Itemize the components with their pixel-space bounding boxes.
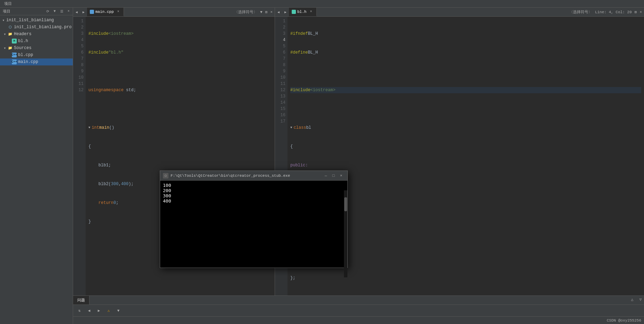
ln-2: 2 — [75, 24, 84, 31]
terminal-output-2: 200 — [163, 188, 345, 193]
pro-filename: init_list_bianliang.pro — [14, 25, 72, 30]
bottom-expand-btn[interactable]: △ — [629, 296, 636, 303]
ln-8: 8 — [75, 62, 84, 68]
sidebar-sync-icon[interactable]: ⟳ — [45, 9, 50, 14]
right-top-tab-blh[interactable]: bl.h × — [289, 8, 317, 16]
terminal-titlebar[interactable]: ▢ F:\Qt\Tools\QtCreator\bin\qtcreator_pr… — [160, 171, 347, 181]
rt-code-5 — [290, 106, 641, 112]
left-split-btn[interactable]: ⊞ — [265, 10, 268, 14]
rt-split-btn[interactable]: ⊞ — [635, 10, 637, 14]
warning-icon[interactable]: ⚠ — [105, 307, 112, 314]
rt-ln-5: 5 — [277, 43, 285, 49]
rt-ln-6: 6 — [277, 49, 285, 56]
terminal-maximize-btn[interactable]: □ — [330, 172, 337, 179]
nav-left-icon[interactable]: ◀ — [86, 307, 93, 314]
rt-symbol-selector[interactable]: 〈选择符号〉 — [569, 9, 592, 15]
rt-nav-next[interactable]: ▶ — [282, 8, 289, 16]
left-nav-next[interactable]: ▶ — [80, 8, 87, 16]
rt-ln-17: 17 — [277, 118, 285, 125]
terminal-minimize-btn[interactable]: — — [322, 172, 329, 179]
sidebar-item-headers[interactable]: 📁 Headers — [0, 31, 73, 38]
sidebar-close-icon[interactable]: × — [66, 9, 71, 14]
ln-9: 9 — [75, 68, 84, 74]
rt-nav-prev[interactable]: ◀ — [275, 8, 282, 16]
terminal-scrollbar[interactable] — [344, 190, 347, 277]
left-symbol-selector[interactable]: 〈选择符号〉 — [234, 9, 257, 15]
code-line-1: #include <iostream> — [88, 31, 272, 37]
rt-tab-icon — [292, 10, 296, 14]
left-tab-menu[interactable]: ▼ — [260, 10, 262, 14]
sidebar-menu-icon[interactable]: ☰ — [59, 9, 64, 14]
ln-4: 4 — [75, 37, 84, 43]
headers-label: Headers — [14, 32, 31, 37]
rt-code-3 — [290, 68, 641, 74]
sources-fold-icon — [3, 46, 7, 50]
bottom-tab-problems[interactable]: 问题 — [73, 296, 89, 305]
terminal-output-4: 400 — [163, 198, 345, 204]
right-top-tab-bar: ◀ ▶ bl.h × 〈选择符号〉 Line: 4, Col: 20 ⊞ — [275, 8, 644, 17]
pro-file-icon: ⬡ — [8, 25, 13, 30]
code-line-8: bl b1; — [88, 162, 272, 168]
terminal-overlay: ▢ F:\Qt\Tools\QtCreator\bin\qtcreator_pr… — [160, 171, 348, 268]
sidebar-item-maincpp[interactable]: C++ main.cpp — [0, 58, 73, 65]
filter-icon[interactable]: ▼ — [115, 307, 122, 314]
rt-code-15 — [290, 294, 641, 295]
left-tab-bar-right: 〈选择符号〉 ▼ ⊞ × — [232, 8, 275, 16]
top-bar-project[interactable]: 项目 — [1, 1, 15, 6]
rt-code-8: public: — [290, 162, 641, 168]
left-tab-close[interactable]: × — [116, 9, 121, 14]
project-name: init_list_bianliang — [6, 18, 54, 23]
sidebar-filter-icon[interactable]: ▼ — [52, 9, 57, 14]
code-line-5 — [88, 106, 272, 112]
sidebar-title: 项目 — [1, 9, 45, 14]
rt-ln-11: 11 — [277, 81, 285, 87]
project-fold-icon — [1, 18, 6, 22]
rt-ln-13: 13 — [277, 93, 285, 100]
blcpp-filename: bl.cpp — [18, 53, 33, 57]
rt-ln-14: 14 — [277, 100, 285, 106]
bottom-collapse-btn[interactable]: ▽ — [637, 296, 644, 303]
rt-code-4: #include <iostream> — [290, 87, 641, 93]
sidebar-item-project[interactable]: init_list_bianliang — [0, 17, 73, 24]
headers-fold-icon — [3, 32, 7, 36]
terminal-body-wrapper: 100 200 300 400 — [160, 181, 347, 268]
left-nav-prev[interactable]: ◀ — [73, 8, 80, 16]
nav-right-icon[interactable]: ▶ — [95, 307, 102, 314]
sidebar-item-blh[interactable]: H bl.h — [0, 38, 73, 45]
maincpp-arrow-spacer — [7, 60, 11, 64]
sidebar-item-pro[interactable]: ⬡ init_list_bianliang.pro — [0, 24, 73, 31]
rt-tab-label: bl.h — [297, 10, 306, 14]
bottom-tab-bar: 问题 △ ▽ — [73, 296, 644, 305]
blcpp-arrow-spacer — [7, 53, 11, 57]
ln-5: 5 — [75, 43, 84, 49]
rt-ln-3: 3 — [277, 31, 285, 37]
sidebar-item-sources[interactable]: 📁 Sources — [0, 45, 73, 52]
editors-wrapper: ◀ ▶ main.cpp × 〈选择符号〉 ▼ ⊞ × — [73, 8, 644, 295]
blh-file-icon: H — [12, 39, 17, 44]
sidebar-icons: ⟳ ▼ ☰ × — [45, 9, 71, 14]
rt-ln-8: 8 — [277, 62, 285, 68]
maincpp-file-icon: C++ — [12, 60, 17, 64]
sidebar: 项目 ⟳ ▼ ☰ × init_list_bianliang ⬡ init_li… — [0, 8, 73, 324]
left-close-btn[interactable]: × — [270, 10, 273, 14]
sort-icon[interactable]: ⇅ — [76, 307, 83, 314]
rt-tab-bar-right: 〈选择符号〉 Line: 4, Col: 20 ⊞ × — [567, 8, 644, 16]
sidebar-item-blcpp[interactable]: C++ bl.cpp — [0, 52, 73, 58]
left-tab-label: main.cpp — [95, 10, 114, 14]
rt-ln-9: 9 — [277, 68, 285, 74]
left-tab-maincpp[interactable]: main.cpp × — [87, 8, 124, 16]
rt-ln-15: 15 — [277, 106, 285, 112]
code-line-6: ▼int main() — [88, 125, 272, 131]
rt-code-7: { — [290, 143, 641, 150]
rt-ln-2: 2 — [277, 24, 285, 31]
ln-11: 11 — [75, 81, 84, 87]
left-tab-icon — [90, 10, 94, 14]
rt-code-2: #define BL_H — [290, 49, 641, 56]
terminal-body: 100 200 300 400 — [160, 181, 347, 268]
rt-close-btn[interactable]: × — [639, 10, 642, 14]
terminal-scroll-thumb[interactable] — [344, 197, 347, 211]
ln-10: 10 — [75, 74, 84, 81]
rt-tab-close[interactable]: × — [308, 9, 313, 14]
terminal-close-btn[interactable]: × — [338, 172, 345, 179]
blh-filename: bl.h — [18, 39, 28, 44]
